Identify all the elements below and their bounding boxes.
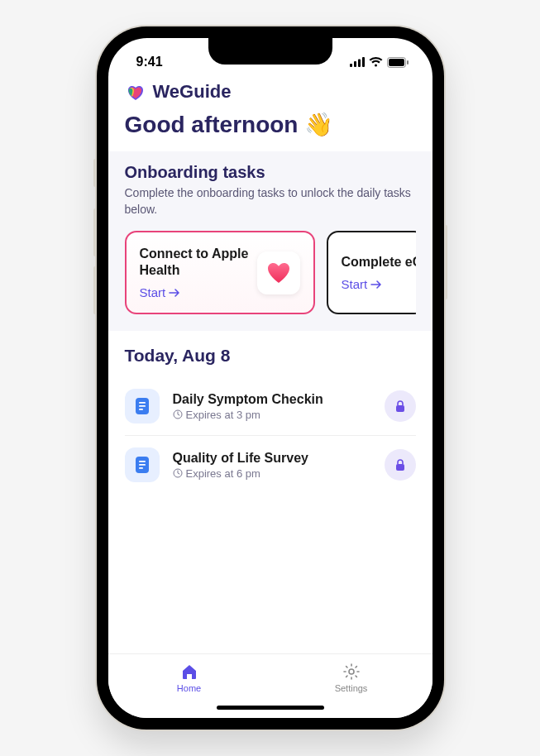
- app-logo-icon: [125, 81, 146, 103]
- onboarding-card-apple-health[interactable]: Connect to Apple Health Start: [125, 231, 315, 314]
- card-action-label: Start: [140, 285, 166, 299]
- greeting: Good afternoon 👋: [108, 106, 432, 151]
- card-title-text: Complete eConsent: [342, 255, 416, 269]
- tab-settings[interactable]: Settings: [314, 663, 389, 693]
- phone-frame: 9:41 WeGuide Good afternoon 👋: [97, 26, 444, 730]
- svg-rect-3: [362, 57, 365, 67]
- svg-rect-12: [396, 405, 404, 412]
- wifi-icon: [369, 57, 383, 67]
- task-quality-of-life-survey[interactable]: Quality of Life Survey Expires at 6 pm: [125, 435, 416, 494]
- svg-rect-2: [358, 60, 361, 68]
- wave-emoji: 👋: [304, 111, 333, 138]
- home-indicator[interactable]: [108, 696, 432, 718]
- tab-home[interactable]: Home: [152, 663, 227, 693]
- svg-point-19: [349, 669, 354, 674]
- svg-rect-15: [139, 464, 146, 466]
- app-name: WeGuide: [153, 81, 232, 103]
- tab-bar: Home Settings: [108, 653, 432, 696]
- tab-label: Settings: [335, 683, 368, 693]
- document-icon: [125, 447, 160, 482]
- home-icon: [180, 663, 198, 681]
- task-meta: Expires at 3 pm: [173, 409, 371, 421]
- content: WeGuide Good afternoon 👋 Onboarding task…: [108, 74, 432, 653]
- svg-rect-9: [139, 405, 146, 407]
- greeting-text: Good afternoon: [125, 112, 299, 138]
- card-text: Connect to Apple Health Start: [140, 246, 249, 299]
- clock-icon: [173, 409, 183, 419]
- task-expires: Expires at 3 pm: [186, 409, 260, 421]
- onboarding-card-econsent[interactable]: Complete eConsent Start: [327, 231, 416, 314]
- clock-icon: [173, 468, 183, 478]
- apple-health-icon: [257, 251, 300, 294]
- status-time: 9:41: [136, 55, 163, 69]
- card-title: Complete eConsent: [342, 254, 416, 270]
- battery-icon: [387, 57, 409, 68]
- gear-icon: [342, 663, 361, 681]
- task-body: Daily Symptom Checkin Expires at 3 pm: [173, 392, 371, 421]
- card-start-link[interactable]: Start: [140, 285, 249, 299]
- svg-rect-6: [407, 60, 409, 65]
- lock-icon: [394, 458, 406, 471]
- card-start-link[interactable]: Start: [342, 277, 416, 291]
- svg-rect-8: [139, 402, 146, 404]
- task-title: Quality of Life Survey: [173, 451, 371, 466]
- power-button: [444, 225, 447, 299]
- card-action-label: Start: [342, 277, 368, 291]
- svg-rect-5: [389, 59, 404, 66]
- task-body: Quality of Life Survey Expires at 6 pm: [173, 451, 371, 480]
- svg-rect-18: [396, 464, 404, 471]
- onboarding-title: Onboarding tasks: [125, 163, 416, 182]
- document-icon: [125, 389, 160, 423]
- volume-up-button: [93, 208, 97, 256]
- status-icons: [350, 57, 409, 68]
- svg-rect-14: [139, 461, 146, 462]
- svg-rect-0: [350, 64, 352, 67]
- task-meta: Expires at 6 pm: [173, 467, 371, 480]
- phone-screen: 9:41 WeGuide Good afternoon 👋: [108, 38, 432, 718]
- task-daily-symptom-checkin[interactable]: Daily Symptom Checkin Expires at 3 pm: [125, 377, 416, 435]
- onboarding-section: Onboarding tasks Complete the onboarding…: [108, 151, 432, 331]
- card-text: Complete eConsent Start: [342, 254, 416, 291]
- task-lock-badge: [385, 390, 416, 422]
- lock-icon: [394, 400, 406, 413]
- onboarding-cards: Connect to Apple Health Start: [125, 231, 416, 314]
- card-title: Connect to Apple Health: [140, 246, 249, 279]
- app-header: WeGuide: [108, 74, 432, 106]
- task-expires: Expires at 6 pm: [186, 467, 260, 480]
- today-title: Today, Aug 8: [125, 346, 416, 366]
- heart-icon: [266, 261, 291, 285]
- mute-switch: [93, 159, 97, 187]
- task-lock-badge: [385, 449, 416, 481]
- arrow-right-icon: [370, 280, 382, 289]
- onboarding-description: Complete the onboarding tasks to unlock …: [125, 185, 416, 218]
- cellular-icon: [350, 57, 365, 67]
- task-title: Daily Symptom Checkin: [173, 392, 371, 407]
- svg-rect-10: [139, 409, 143, 410]
- arrow-right-icon: [169, 288, 180, 298]
- today-section: Today, Aug 8 Daily Symptom Checkin Expir…: [108, 331, 432, 509]
- tab-label: Home: [177, 683, 201, 693]
- svg-rect-16: [139, 467, 143, 469]
- volume-down-button: [93, 266, 97, 314]
- notch: [208, 38, 332, 65]
- svg-rect-1: [354, 61, 356, 67]
